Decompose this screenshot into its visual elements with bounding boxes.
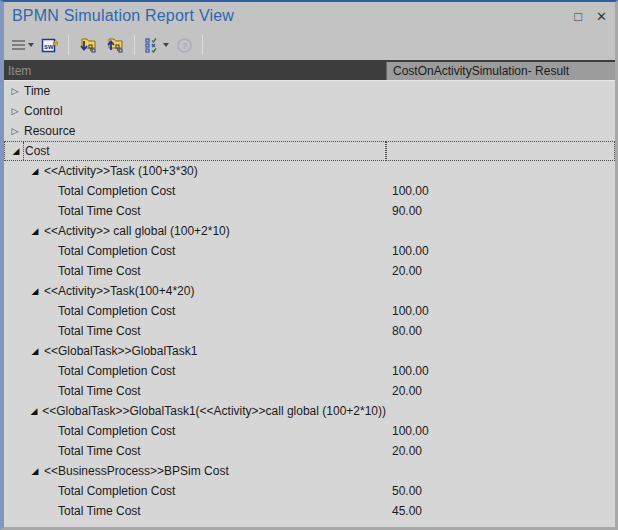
item-cell[interactable]: Total Time Cost: [4, 201, 386, 221]
result-cell[interactable]: 20.00: [386, 441, 615, 461]
item-cell[interactable]: Total Completion Cost: [4, 301, 386, 321]
item-cell[interactable]: Total Time Cost: [4, 321, 386, 341]
checklist-icon: [144, 37, 160, 53]
tree-row[interactable]: ◢<<Activity>>Task (100+3*30): [4, 161, 615, 181]
result-cell[interactable]: [386, 121, 615, 141]
result-cell[interactable]: 50.00: [386, 481, 615, 501]
menu-button[interactable]: [10, 34, 36, 56]
item-label: Total Time Cost: [58, 444, 141, 458]
item-cell[interactable]: ▷Resource: [4, 121, 386, 141]
item-label: Total Completion Cost: [58, 304, 175, 318]
item-cell[interactable]: Total Completion Cost: [4, 241, 386, 261]
result-value: 80.00: [392, 324, 422, 338]
tree-row[interactable]: Total Time Cost80.00: [4, 321, 615, 341]
result-value: 100.00: [392, 304, 429, 318]
item-cell[interactable]: ◢<<GlobalTask>>GlobalTask1(<<Activity>>c…: [4, 401, 386, 421]
tree-row[interactable]: ◢<<Activity>> call global (100+2*10): [4, 221, 615, 241]
tree-row[interactable]: Total Completion Cost100.00: [4, 301, 615, 321]
item-cell[interactable]: Total Completion Cost: [4, 181, 386, 201]
expand-all-button[interactable]: [76, 34, 100, 56]
result-cell[interactable]: 20.00: [386, 381, 615, 401]
maximize-button[interactable]: □: [574, 10, 582, 23]
tree-row[interactable]: ▷Control: [4, 101, 615, 121]
generate-report-button[interactable]: sw: [39, 34, 61, 56]
tree-row[interactable]: ◢<<BusinessProcess>>BPSim Cost: [4, 461, 615, 481]
result-cell[interactable]: [386, 161, 615, 181]
item-cell[interactable]: ◢<<GlobalTask>>GlobalTask1: [4, 341, 386, 361]
tree-row[interactable]: Total Time Cost90.00: [4, 201, 615, 221]
tree-row[interactable]: ▷Time: [4, 81, 615, 101]
result-cell[interactable]: 100.00: [386, 361, 615, 381]
tree-row[interactable]: Total Completion Cost50.00: [4, 481, 615, 501]
collapse-icon[interactable]: ◢: [28, 406, 40, 416]
item-cell[interactable]: Total Time Cost: [4, 261, 386, 281]
item-label: Total Time Cost: [58, 504, 141, 518]
collapse-icon[interactable]: ◢: [28, 226, 42, 236]
result-cell[interactable]: 80.00: [386, 321, 615, 341]
grid-header: Item CostOnActivitySimulation- Result: [4, 60, 615, 81]
tree-row[interactable]: Total Completion Cost100.00: [4, 361, 615, 381]
result-cell[interactable]: [386, 81, 615, 101]
close-button[interactable]: ✕: [596, 10, 607, 23]
tree-row[interactable]: ▷Resource: [4, 121, 615, 141]
tree-row[interactable]: Total Time Cost20.00: [4, 261, 615, 281]
result-cell[interactable]: 20.00: [386, 261, 615, 281]
collapse-icon[interactable]: ◢: [28, 346, 42, 356]
item-cell[interactable]: Total Time Cost: [4, 441, 386, 461]
tree-row[interactable]: Total Time Cost20.00: [4, 381, 615, 401]
result-cell[interactable]: 45.00: [386, 501, 615, 521]
item-cell[interactable]: ◢Cost: [4, 141, 386, 161]
tree-row[interactable]: ◢Cost: [4, 141, 615, 161]
item-label: <<Activity>>Task(100+4*20): [44, 284, 194, 298]
svg-text:?: ?: [182, 41, 188, 51]
column-header-result[interactable]: CostOnActivitySimulation- Result: [386, 62, 615, 80]
item-cell[interactable]: ◢<<BusinessProcess>>BPSim Cost: [4, 461, 386, 481]
svg-text:sw: sw: [44, 42, 54, 49]
result-cell[interactable]: [386, 341, 615, 361]
item-cell[interactable]: Total Time Cost: [4, 381, 386, 401]
help-button[interactable]: ?: [174, 34, 195, 56]
result-cell[interactable]: [386, 281, 615, 301]
collapse-all-button[interactable]: [103, 34, 127, 56]
item-label: Total Completion Cost: [58, 424, 175, 438]
item-cell[interactable]: ◢<<Activity>> call global (100+2*10): [4, 221, 386, 241]
display-options-button[interactable]: [142, 34, 171, 56]
tree-row[interactable]: Total Completion Cost100.00: [4, 421, 615, 441]
collapse-icon[interactable]: ◢: [28, 286, 42, 296]
item-cell[interactable]: ▷Time: [4, 81, 386, 101]
item-cell[interactable]: ◢<<Activity>>Task (100+3*30): [4, 161, 386, 181]
result-value: 100.00: [392, 184, 429, 198]
result-cell[interactable]: 100.00: [386, 241, 615, 261]
tree-row[interactable]: ◢<<Activity>>Task(100+4*20): [4, 281, 615, 301]
collapse-icon[interactable]: ◢: [28, 166, 42, 176]
expand-icon[interactable]: ▷: [8, 86, 22, 96]
tree-row[interactable]: Total Completion Cost100.00: [4, 181, 615, 201]
item-label: <<Activity>>Task (100+3*30): [44, 164, 198, 178]
result-cell[interactable]: [386, 141, 615, 161]
result-cell[interactable]: 100.00: [386, 421, 615, 441]
collapse-icon[interactable]: ◢: [9, 146, 23, 156]
column-header-item[interactable]: Item: [4, 62, 386, 80]
item-cell[interactable]: Total Time Cost: [4, 501, 386, 521]
result-cell[interactable]: 100.00: [386, 301, 615, 321]
expand-icon[interactable]: ▷: [8, 106, 22, 116]
result-cell[interactable]: [386, 101, 615, 121]
result-cell[interactable]: [386, 221, 615, 241]
item-cell[interactable]: Total Completion Cost: [4, 481, 386, 501]
item-cell[interactable]: ▷Control: [4, 101, 386, 121]
result-cell[interactable]: 100.00: [386, 181, 615, 201]
chevron-down-icon: [28, 43, 34, 47]
item-cell[interactable]: Total Completion Cost: [4, 361, 386, 381]
tree-row[interactable]: ◢<<GlobalTask>>GlobalTask1(<<Activity>>c…: [4, 401, 615, 421]
result-cell[interactable]: 90.00: [386, 201, 615, 221]
result-cell[interactable]: [386, 401, 615, 421]
collapse-icon[interactable]: ◢: [28, 466, 42, 476]
result-cell[interactable]: [386, 461, 615, 481]
item-cell[interactable]: ◢<<Activity>>Task(100+4*20): [4, 281, 386, 301]
tree-row[interactable]: Total Time Cost20.00: [4, 441, 615, 461]
item-cell[interactable]: Total Completion Cost: [4, 421, 386, 441]
tree-row[interactable]: Total Completion Cost100.00: [4, 241, 615, 261]
expand-icon[interactable]: ▷: [8, 126, 22, 136]
tree-row[interactable]: ◢<<GlobalTask>>GlobalTask1: [4, 341, 615, 361]
tree-row[interactable]: Total Time Cost45.00: [4, 501, 615, 521]
